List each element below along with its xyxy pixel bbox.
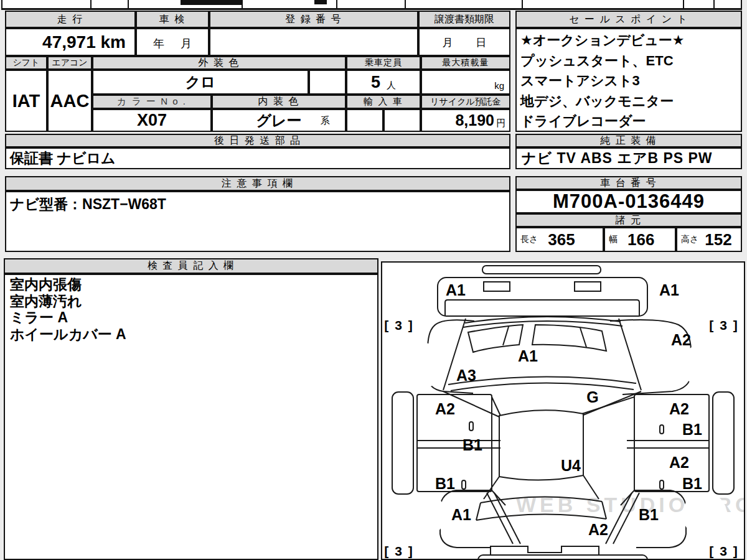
divider — [128, 0, 129, 8]
dimension-width-value: 166 — [627, 230, 654, 250]
divider — [713, 0, 715, 8]
inspector-line: ホイールカバー A — [10, 326, 126, 343]
transfer-deadline-header: 譲渡書類期限 — [418, 11, 510, 28]
dimension-width: 幅 166 — [604, 227, 676, 252]
shift-value: IAT — [5, 70, 47, 132]
zone-label: A3 — [456, 366, 476, 385]
zone-label: A2 — [669, 454, 689, 472]
capacity-value: 5 人 — [346, 70, 421, 95]
transfer-month: 月 — [443, 35, 453, 50]
corner-marker: [ 3 ] — [384, 544, 413, 559]
zone-label: U4 — [561, 457, 581, 475]
shaken-value: 年 月 — [136, 28, 209, 56]
exterior-color-header: 外 装 色 — [92, 56, 346, 70]
shaken-month: 月 — [181, 36, 192, 51]
car-diagram: WEB STUDIO PRO — [381, 261, 745, 560]
recycle-fee-unit: 円 — [496, 118, 505, 129]
divider — [1, 0, 2, 8]
dimension-length-value: 365 — [548, 230, 575, 250]
exterior-color-value: クロ — [92, 70, 309, 95]
divider — [683, 0, 684, 8]
inspector-header: 検 査 員 記 入 欄 — [4, 258, 378, 274]
import-car-subcell-left — [346, 109, 383, 132]
recycle-fee-header: リサイクル預託金 — [421, 95, 510, 109]
shift-header: シフト — [5, 56, 47, 70]
inspector-body: 室内内張傷 室内薄汚れ ミラー A ホイールカバー A — [4, 274, 378, 560]
shaken-year: 年 — [153, 36, 164, 51]
zone-label: B1 — [682, 475, 702, 493]
capacity-header: 乗車定員 — [346, 56, 421, 70]
zone-label: A1 — [446, 281, 466, 299]
exterior-color-subcell — [309, 70, 346, 95]
dimension-length: 長さ 365 — [515, 227, 604, 252]
zone-label: A1 — [518, 347, 538, 365]
equipment-header: 純 正 装 備 — [515, 134, 742, 147]
chassis-value: M700A-0136449 — [515, 190, 742, 213]
divider — [336, 0, 337, 8]
dimensions-header: 諸 元 — [515, 213, 742, 227]
color-no-header: カ ラ ー N o . — [92, 95, 212, 109]
dimension-width-label: 幅 — [609, 234, 618, 245]
zone-label: B1 — [463, 436, 482, 454]
sales-point-line: ★オークションデビュー★ — [520, 30, 685, 51]
notes-header: 注 意 事 項 欄 — [5, 176, 510, 191]
inspector-line: ミラー A — [10, 309, 126, 326]
cutoff-text-fragment — [181, 0, 243, 5]
zone-label: A1 — [451, 506, 471, 524]
notes-text: ナビ型番：NSZT−W68T — [6, 192, 170, 217]
dimension-height-label: 高さ — [681, 234, 698, 245]
divider — [405, 0, 406, 8]
capacity-number: 5 — [371, 73, 380, 92]
divider — [522, 0, 523, 8]
chassis-header: 車 台 番 号 — [515, 176, 742, 190]
zone-label: A2 — [669, 400, 689, 418]
shaken-header: 車 検 — [136, 11, 209, 28]
mileage-value: 47,971 km — [5, 28, 136, 56]
later-parts-value: 保証書 ナビロム — [5, 147, 510, 169]
zone-label: A2 — [588, 521, 608, 539]
transfer-value: 月 日 — [418, 28, 510, 56]
corner-marker: [ 3 ] — [709, 544, 738, 559]
max-load-value: kg — [421, 70, 510, 95]
cutoff-text-fragment — [314, 0, 327, 4]
sales-point-line: ドライブレコーダー — [520, 111, 685, 132]
aircon-value: AAC — [47, 70, 92, 132]
auction-sheet: { "sheet": { "info": { "mileage": {"labe… — [0, 0, 747, 560]
import-car-subcell-right — [383, 109, 421, 132]
later-parts-header: 後 日 発 送 部 品 — [5, 134, 510, 147]
registration-value — [209, 28, 418, 56]
color-no-value: X07 — [92, 109, 212, 132]
max-load-header: 最大積載量 — [421, 56, 510, 70]
inspector-line: 室内内張傷 — [10, 276, 126, 293]
import-car-header: 輸 入 車 — [346, 95, 421, 109]
cutoff-top-row — [1, 0, 742, 10]
sales-points-header: セ ー ル ス ポ イ ン ト — [515, 11, 742, 28]
zone-label: B1 — [682, 421, 702, 439]
interior-color-value: グレー 系 — [212, 109, 346, 132]
corner-marker: [ 3 ] — [384, 318, 413, 333]
zone-label: B1 — [639, 506, 659, 524]
registration-header: 登 録 番 号 — [209, 11, 418, 28]
interior-color-header: 内 装 色 — [212, 95, 346, 109]
divider — [90, 0, 92, 8]
recycle-fee-number: 8,190 — [455, 111, 494, 129]
mileage-header: 走 行 — [5, 11, 136, 28]
zone-label: G — [586, 388, 598, 406]
zone-label: B1 — [435, 475, 455, 493]
zone-label: A2 — [671, 331, 691, 349]
corner-marker: [ 3 ] — [709, 318, 738, 333]
sales-point-line: プッシュスタート、ETC — [520, 51, 685, 72]
interior-color-name: グレー — [256, 111, 301, 131]
dimension-length-label: 長さ — [520, 234, 538, 245]
sales-points-body: ★オークションデビュー★ プッシュスタート、ETC スマートアシスト3 地デジ、… — [515, 28, 742, 132]
notes-body: ナビ型番：NSZT−W68T — [5, 191, 510, 252]
dimension-height: 高さ 152 — [676, 227, 742, 252]
max-load-unit: kg — [494, 80, 504, 91]
sales-point-line: スマートアシスト3 — [520, 71, 685, 91]
divider — [741, 0, 742, 8]
aircon-header: エアコン — [47, 56, 92, 70]
recycle-fee-value: 8,190 円 — [421, 109, 510, 132]
capacity-unit: 人 — [387, 80, 396, 91]
sales-point-line: 地デジ、バックモニター — [520, 91, 685, 112]
transfer-day: 日 — [476, 35, 486, 50]
